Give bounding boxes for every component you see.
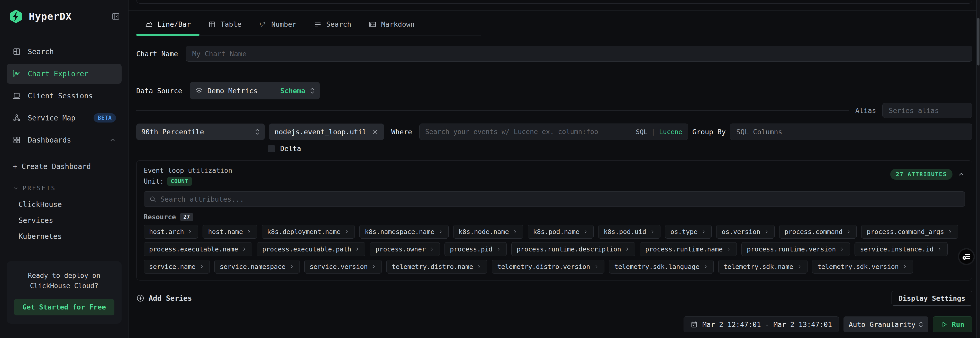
preset-item[interactable]: Services [19,213,122,229]
attribute-name: process.pid [450,246,493,253]
tab-table[interactable]: Table [199,17,250,35]
series-editor-row: 90th Percentile nodejs.event_loop.util W… [136,124,972,140]
data-source-label: Data Source [136,87,182,95]
attribute-chip[interactable]: k8s.node.name [453,225,523,239]
attributes-header-right: 27 ATTRIBUTES [890,167,965,180]
app-title: HyperDX [29,11,72,22]
attribute-chip[interactable]: process.command_args [861,225,958,239]
delta-checkbox[interactable] [268,145,275,152]
metric-attributes-panel: Event loop utilization Unit: COUNT 27 AT… [136,160,972,281]
add-series-button[interactable]: Add Series [136,294,192,303]
sql-toggle[interactable]: SQL [636,128,648,136]
attribute-chip[interactable]: k8s.pod.uid [598,225,660,239]
create-dashboard-button[interactable]: + Create Dashboard [13,162,122,171]
page-scrollbar[interactable] [977,0,980,338]
attribute-chip[interactable]: k8s.deployment.name [262,225,355,239]
attribute-chip[interactable]: telemetry.sdk.language [609,260,714,273]
attribute-chip[interactable]: process.executable.name [144,242,252,256]
preset-item[interactable]: ClickHouse [19,197,122,213]
sidebar-item-chart-explorer[interactable]: Chart Explorer [7,64,122,84]
sidebar-item-dashboards[interactable]: Dashboards [7,130,122,150]
data-source-select[interactable]: Demo Metrics Schema [190,82,320,99]
tab-line-bar[interactable]: Line/Bar [136,17,199,35]
series-alias-input[interactable] [882,103,972,118]
divider [136,110,849,111]
attribute-chip[interactable]: service.version [304,260,382,273]
calendar-icon [690,321,698,328]
close-icon[interactable] [372,129,379,135]
attribute-chip[interactable]: service.name [144,260,210,273]
group-by-input[interactable] [730,124,972,140]
unit-badge: COUNT [167,177,191,186]
get-started-button[interactable]: Get Started for Free [14,299,115,316]
attribute-chip[interactable]: telemetry.distro.version [492,260,604,273]
aggregation-select[interactable]: 90th Percentile [136,124,265,140]
chart-name-input[interactable] [186,46,972,62]
chevron-right-icon [846,229,851,234]
where-search-input[interactable]: Search your events w/ Lucene ex. column:… [419,124,688,140]
attribute-chip[interactable]: process.owner [370,242,440,256]
attribute-chip[interactable]: process.executable.path [257,242,365,256]
chart-preview-remnant [136,0,972,3]
resource-group-label: Resource [144,213,176,221]
tab-search[interactable]: Search [305,17,360,35]
attribute-name: telemetry.sdk.name [724,263,793,270]
collapse-attributes-button[interactable] [958,171,965,178]
tab-markdown[interactable]: Markdown [360,17,423,35]
number-icon: 123 [259,21,267,28]
sidebar-item-label: Client Sessions [28,92,93,100]
attribute-chip[interactable]: service.namespace [215,260,300,273]
attribute-chip[interactable]: os.type [665,225,712,239]
preset-item[interactable]: Kubernetes [19,229,122,244]
lucene-toggle[interactable]: Lucene [659,128,682,136]
svg-text:3: 3 [263,21,265,25]
date-range-picker[interactable]: Mar 2 12:47:01 - Mar 2 13:47:01 [684,316,839,332]
attribute-chip[interactable]: host.arch [144,225,198,239]
attribute-chip[interactable]: telemetry.distro.name [387,260,487,273]
list-icon [314,21,321,28]
attribute-chip[interactable]: process.pid [444,242,507,256]
attribute-chip[interactable]: process.runtime.name [640,242,737,256]
tab-label: Search [326,20,352,28]
attribute-chip[interactable]: process.runtime.description [511,242,635,256]
presets-toggle[interactable]: PRESETS [13,185,122,192]
sidebar-item-search[interactable]: Search [7,41,122,62]
chevron-right-icon [948,229,953,234]
attribute-name: process.owner [375,246,426,253]
collapse-sidebar-button[interactable] [111,12,120,21]
attribute-name: process.runtime.version [747,246,836,253]
attribute-chip[interactable]: k8s.pod.name [528,225,594,239]
attributes-count-badge: 27 ATTRIBUTES [890,169,953,180]
metric-name: nodejs.event_loop.util [275,128,367,136]
attribute-chip[interactable]: host.name [202,225,257,239]
run-button[interactable]: Run [933,316,972,332]
attribute-chip[interactable]: telemetry.sdk.version [812,260,913,273]
attribute-chip[interactable]: process.runtime.version [741,242,850,256]
attribute-chip[interactable]: service.instance.id [854,242,948,256]
attribute-name: process.command [784,228,843,235]
sidebar: HyperDX Search Chart Explorer Client Ses… [0,0,129,338]
chevron-right-icon [247,229,252,234]
granularity-select[interactable]: Auto Granularity [843,316,928,332]
chevron-right-icon [289,264,294,269]
schema-link[interactable]: Schema [280,87,305,95]
attribute-name: os.type [670,228,697,235]
attribute-chip[interactable]: process.command [779,225,857,239]
sidebar-item-service-map[interactable]: Service Map BETA [7,108,122,128]
attribute-name: process.executable.path [262,246,351,253]
attribute-search-input[interactable] [161,195,959,203]
series-options-floating-button[interactable] [958,248,975,265]
attribute-chip[interactable]: os.version [716,225,775,239]
query-language-toggle: SQL | Lucene [636,128,682,136]
chevron-right-icon [701,229,706,234]
attribute-chip[interactable]: telemetry.sdk.name [718,260,808,273]
tab-number[interactable]: 123 Number [250,17,305,35]
attribute-chip[interactable]: k8s.namespace.name [360,225,449,239]
display-settings-button[interactable]: Display Settings [892,291,972,306]
granularity-value: Auto Granularity [849,321,918,328]
attribute-search-box [144,191,965,207]
alias-row: Alias [136,103,972,118]
metric-field-chip[interactable]: nodejs.event_loop.util [269,124,384,140]
scrollbar-thumb[interactable] [977,18,980,65]
sidebar-item-client-sessions[interactable]: Client Sessions [7,86,122,106]
